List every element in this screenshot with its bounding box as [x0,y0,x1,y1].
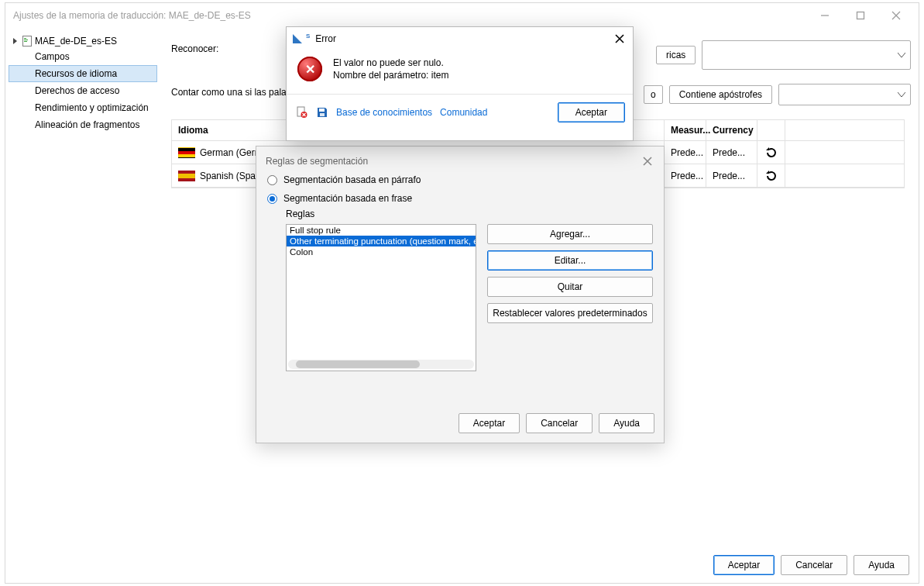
delete-doc-icon[interactable] [296,106,308,119]
main-accept-button[interactable]: Aceptar [713,555,775,575]
error-accept-button[interactable]: Aceptar [558,102,625,122]
caret-down-icon [898,92,905,97]
add-rule-button[interactable]: Agregar... [487,224,653,244]
sidebar-item-performance[interactable]: Rendimiento y optimización [9,99,157,116]
currency-cell[interactable]: Prede... [706,141,757,164]
tree-root-label: MAE_de-DE_es-ES [35,36,117,47]
currency-cell[interactable]: Prede... [706,164,757,187]
count-chip-fragment[interactable]: o [644,85,663,104]
radio-sentence-row[interactable]: Segmentación basada en frase [256,191,664,205]
tree-collapse-icon [12,37,19,45]
seg-accept-button[interactable]: Aceptar [459,413,520,433]
svg-rect-5 [24,38,26,39]
rule-item[interactable]: Colon [287,246,476,257]
caret-down-icon [898,53,905,57]
reset-rules-button[interactable]: Restablecer valores predeterminados [487,303,653,323]
close-window-button[interactable] [878,5,914,26]
recognize-chip-fragment[interactable]: ricas [656,46,696,64]
sidebar-item-access-rights[interactable]: Derechos de acceso [9,82,157,99]
reset-row-button[interactable] [757,141,785,164]
error-footer-links: Base de conocimientos Comunidad [296,106,487,119]
lang-cell: German (Gerr [200,147,258,158]
edit-rule-button[interactable]: Editar... [487,250,653,271]
col-measur[interactable]: Measur... [665,120,706,140]
titlebar: Ajustes de la memoria de traducción: MAE… [5,3,919,28]
svg-rect-7 [24,41,27,42]
measur-cell[interactable]: Prede... [665,141,706,164]
rule-item[interactable]: Full stop rule [287,225,476,236]
radio-sentence[interactable] [267,194,277,204]
svg-rect-14 [319,109,325,112]
sidebar-item-language-resources[interactable]: Recursos de idioma [9,65,157,82]
rules-section-label: Reglas [256,209,664,219]
error-message: El valor no puede ser nulo. Nombre del p… [333,57,448,81]
seg-help-button[interactable]: Ayuda [599,413,654,433]
error-line1: El valor no puede ser nulo. [333,57,448,69]
count-chip-apostrophes[interactable]: Contiene apóstrofes [669,85,772,104]
svg-rect-15 [320,113,325,116]
error-line2: Nombre del parámetro: item [333,69,448,81]
window-controls [807,5,914,26]
rules-horizontal-scrollbar[interactable] [288,360,474,369]
radio-paragraph[interactable] [267,175,277,185]
tree-root[interactable]: MAE_de-DE_es-ES [9,34,157,48]
scrollbar-thumb[interactable] [296,360,420,368]
radio-sentence-label: Segmentación basada en frase [283,193,412,204]
rules-listbox[interactable]: Full stop rule Other terminating punctua… [286,224,476,371]
main-help-button[interactable]: Ayuda [854,555,909,575]
kb-link[interactable]: Base de conocimientos [336,107,432,118]
rule-action-buttons: Agregar... Editar... Quitar Restablecer … [487,224,653,371]
recognize-combo[interactable] [702,40,911,70]
radio-paragraph-row[interactable]: Segmentación basada en párrafo [256,173,664,187]
reset-row-button[interactable] [757,164,785,187]
seg-dialog-title: Reglas de segmentación [266,156,368,167]
flag-es-icon [178,171,195,181]
seg-dialog-buttons: Aceptar Cancelar Ayuda [459,413,654,433]
tm-icon [22,36,32,47]
lang-cell: Spanish (Spa [200,171,256,181]
col-currency[interactable]: Currency [706,120,757,140]
count-label: Contar como una si las palab [171,84,295,98]
radio-paragraph-label: Segmentación basada en párrafo [283,174,421,185]
svg-rect-6 [24,40,28,40]
col-reset [757,120,785,140]
error-dialog: S Error ✕ El valor no puede ser nulo. No… [286,26,634,141]
minimize-button[interactable] [807,5,843,26]
community-link[interactable]: Comunidad [440,107,487,118]
brand-logo-icon [293,34,302,43]
sidebar-item-alignment[interactable]: Alineación de fragmentos [9,116,157,133]
save-icon[interactable] [316,106,328,119]
rule-item[interactable]: Other terminating punctuation (question … [287,236,476,246]
sidebar: MAE_de-DE_es-ES Campos Recursos de idiom… [5,28,163,546]
measur-cell[interactable]: Prede... [665,164,706,187]
svg-rect-1 [857,12,864,19]
sidebar-item-fields[interactable]: Campos [9,48,157,65]
brand-superscript: S [306,33,310,40]
error-icon: ✕ [297,57,322,81]
error-close-button[interactable] [611,30,628,47]
flag-de-icon [178,147,195,158]
main-cancel-button[interactable]: Cancelar [781,555,847,575]
maximize-button[interactable] [843,5,878,26]
segmentation-rules-dialog: Reglas de segmentación Segmentación basa… [256,146,665,443]
remove-rule-button[interactable]: Quitar [487,277,653,297]
seg-close-button[interactable] [639,153,656,170]
count-combo[interactable] [778,84,911,105]
main-dialog-buttons: Aceptar Cancelar Ayuda [713,555,909,575]
window-title: Ajustes de la memoria de traducción: MAE… [10,10,807,21]
recognize-label: Reconocer: [171,40,295,54]
col-spare [785,120,904,140]
seg-cancel-button[interactable]: Cancelar [526,413,593,433]
error-dialog-title: Error [315,33,336,44]
